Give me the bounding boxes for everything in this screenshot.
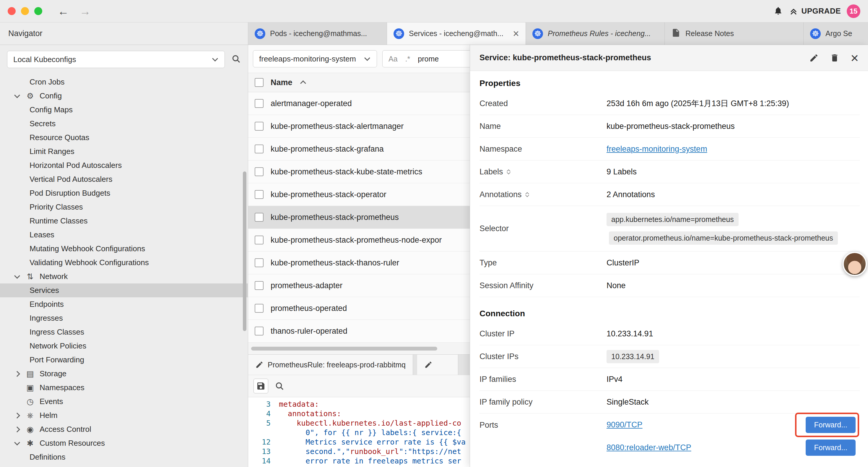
row-checkbox[interactable]: [255, 167, 264, 176]
sidebar-item-network[interactable]: ⇅Network: [0, 269, 248, 284]
tab-services[interactable]: ☸ Services - icecheng@math... ×: [387, 23, 526, 45]
network-icon: ⇅: [25, 272, 35, 282]
editor-search-icon[interactable]: [272, 379, 286, 393]
sidebar-item-config[interactable]: ⚙Config: [0, 89, 248, 103]
close-window-button[interactable]: [8, 7, 16, 15]
row-checkbox[interactable]: [255, 236, 264, 244]
name-column-header[interactable]: Name: [271, 78, 292, 87]
sidebar-item-vertical-pod-autoscalers[interactable]: Vertical Pod Autoscalers: [0, 172, 248, 186]
user-avatar[interactable]: [843, 252, 867, 276]
helm-icon: ⎈: [25, 411, 35, 420]
row-checkbox[interactable]: [255, 304, 264, 313]
sidebar-item-priority-classes[interactable]: Priority Classes: [0, 200, 248, 214]
sidebar-item-leases[interactable]: Leases: [0, 228, 248, 242]
tab-argo[interactable]: ☸ Argo Se: [804, 23, 868, 45]
row-checkbox[interactable]: [255, 327, 264, 335]
sidebar-item-endpoints[interactable]: Endpoints: [0, 297, 248, 311]
sidebar-item-namespaces[interactable]: ▣Namespaces: [0, 381, 248, 395]
row-checkbox[interactable]: [255, 99, 264, 108]
sidebar-item-port-forwarding[interactable]: Port Forwarding: [0, 353, 248, 367]
sidebar-item-pod-disruption-budgets[interactable]: Pod Disruption Budgets: [0, 186, 248, 200]
notifications-bell-icon[interactable]: [773, 6, 783, 17]
sidebar-item-helm[interactable]: ⎈Helm: [0, 408, 248, 422]
sidebar-scrollbar[interactable]: [243, 171, 246, 331]
forward-port-button[interactable]: Forward...: [806, 417, 856, 433]
sidebar-item-config-maps[interactable]: Config Maps: [0, 103, 248, 117]
row-checkbox[interactable]: [255, 145, 264, 153]
chevron-right-icon[interactable]: [13, 412, 21, 419]
namespace-select[interactable]: freeleaps-monitoring-system: [253, 50, 377, 67]
upgrade-button[interactable]: UPGRADE: [789, 6, 841, 16]
sidebar-item-limit-ranges[interactable]: Limit Ranges: [0, 145, 248, 158]
row-checkbox[interactable]: [255, 258, 264, 267]
chevron-right-icon[interactable]: [13, 370, 21, 377]
edit-pencil-icon: [424, 360, 433, 369]
match-case-toggle[interactable]: Aa: [389, 55, 398, 63]
selector-badge: app.kubernetes.io/name=prometheus: [607, 213, 739, 226]
delete-icon[interactable]: [830, 53, 839, 63]
sidebar-item-ingresses[interactable]: Ingresses: [0, 311, 248, 325]
forward-port-button[interactable]: Forward...: [806, 439, 856, 456]
kubeconfig-select[interactable]: Local Kubeconfigs: [7, 51, 225, 68]
row-checkbox[interactable]: [255, 122, 264, 130]
sidebar-item-storage[interactable]: ▤Storage: [0, 367, 248, 381]
kubeconfig-row: Local Kubeconfigs: [0, 45, 248, 72]
namespace-link[interactable]: freeleaps-monitoring-system: [607, 145, 707, 154]
save-icon[interactable]: [253, 379, 268, 393]
chevron-right-icon[interactable]: [13, 426, 21, 433]
sidebar-item-network-policies[interactable]: Network Policies: [0, 339, 248, 353]
sidebar-item-ingress-classes[interactable]: Ingress Classes: [0, 325, 248, 339]
sidebar-item-events[interactable]: ◷Events: [0, 395, 248, 408]
service-name: kube-prometheus-stack-alertmanager: [271, 122, 404, 131]
notification-count-badge[interactable]: 15: [847, 4, 860, 18]
sidebar-item-resource-quotas[interactable]: Resource Quotas: [0, 130, 248, 145]
sidebar-item-label: Ingress Classes: [30, 327, 84, 337]
sidebar-item-validating-webhook-configurations[interactable]: Validating Webhook Configurations: [0, 256, 248, 269]
chevron-down-icon[interactable]: [13, 273, 21, 280]
sidebar-item-custom-resources[interactable]: ✱Custom Resources: [0, 436, 248, 450]
close-drawer-icon[interactable]: ×: [850, 51, 859, 65]
expand-labels-icon[interactable]: [507, 169, 511, 175]
tab-release-notes[interactable]: Release Notes: [665, 23, 804, 45]
tab-label: Pods - icecheng@mathmas...: [270, 29, 380, 38]
row-checkbox[interactable]: [255, 213, 264, 222]
select-all-checkbox[interactable]: [255, 78, 264, 87]
maximize-window-button[interactable]: [34, 7, 42, 15]
sort-ascending-icon[interactable]: [300, 79, 307, 86]
sidebar-item-secrets[interactable]: Secrets: [0, 117, 248, 130]
regex-toggle[interactable]: .*: [405, 55, 410, 63]
row-checkbox[interactable]: [255, 281, 264, 290]
port-link[interactable]: 9090/TCP: [607, 420, 643, 430]
forward-button[interactable]: →: [77, 6, 93, 17]
sidebar-item-definitions[interactable]: Definitions: [0, 450, 248, 464]
sidebar-item-cron-jobs[interactable]: Cron Jobs: [0, 75, 248, 89]
minimize-window-button[interactable]: [21, 7, 29, 15]
sidebar-item-access-control[interactable]: ◉Access Control: [0, 422, 248, 436]
service-name: kube-prometheus-stack-prometheus-node-ex…: [271, 236, 442, 245]
created-value: 253d 16h 6m ago (2025年1月13日 GMT+8 1:25:3…: [607, 98, 789, 109]
row-checkbox[interactable]: [255, 190, 264, 199]
port-link[interactable]: 8080:reloader-web/TCP: [607, 443, 691, 452]
chevron-down-icon[interactable]: [13, 92, 21, 99]
tab-prometheus-rules[interactable]: ☸ Prometheus Rules - icecheng...: [526, 23, 665, 45]
sidebar-item-runtime-classes[interactable]: Runtime Classes: [0, 214, 248, 228]
drawer-header: Service: kube-prometheus-stack-prometheu…: [470, 45, 868, 71]
sidebar-search-icon[interactable]: [231, 54, 241, 65]
app-window: ← → UPGRADE 15 Navigator ☸ Pods - iceche…: [0, 0, 868, 467]
expand-annotations-icon[interactable]: [525, 192, 529, 198]
sidebar-item-horizontal-pod-autoscalers[interactable]: Horizontal Pod Autoscalers: [0, 158, 248, 172]
close-tab-icon[interactable]: ×: [513, 28, 519, 39]
dock-tab-prometheusrule[interactable]: PrometheusRule: freeleaps-prod-rabbitmq: [248, 355, 413, 375]
sidebar-item-services[interactable]: Services: [0, 284, 248, 297]
scrollbar-thumb[interactable]: [251, 347, 437, 351]
sidebar-item-label: Mutating Webhook Configurations: [30, 244, 145, 253]
tab-pods[interactable]: ☸ Pods - icecheng@mathmas...: [248, 23, 387, 45]
sidebar-item-label: Network: [39, 272, 68, 281]
edit-icon[interactable]: [809, 53, 819, 63]
dock-gap: [413, 355, 417, 375]
chevron-down-icon[interactable]: [13, 440, 21, 447]
dock-tab-partial[interactable]: [417, 355, 458, 375]
drawer-body: Properties Created 253d 16h 6m ago (2025…: [470, 71, 868, 467]
sidebar-item-mutating-webhook-configurations[interactable]: Mutating Webhook Configurations: [0, 242, 248, 256]
back-button[interactable]: ←: [55, 6, 71, 17]
